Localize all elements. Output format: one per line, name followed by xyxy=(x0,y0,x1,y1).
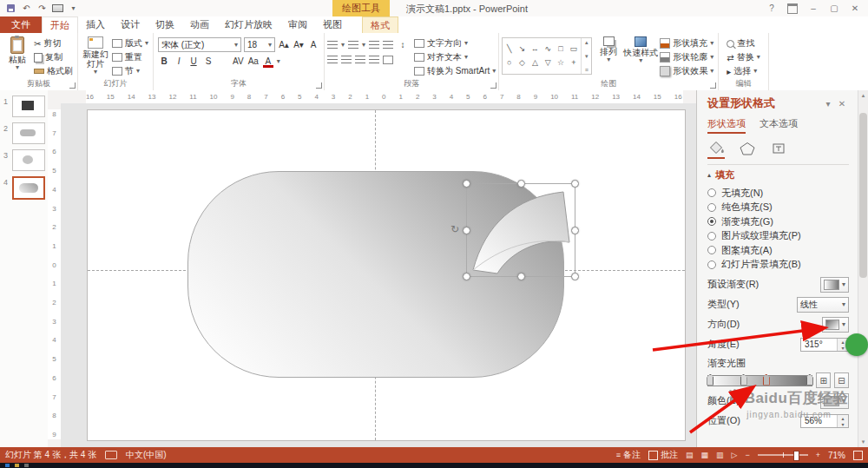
shape-icon[interactable]: ∿ xyxy=(544,45,551,53)
layout-button[interactable]: 版式▾ xyxy=(110,37,150,49)
cut-button[interactable]: ✂剪切 xyxy=(32,37,75,49)
smartart-button[interactable]: 转换为 SmartArt▾ xyxy=(414,65,496,77)
dialog-launcher-icon[interactable] xyxy=(490,82,496,89)
resize-handle[interactable] xyxy=(517,273,525,280)
shape-icon[interactable]: □ xyxy=(558,45,562,53)
grow-font-button[interactable]: A▴ xyxy=(278,39,290,51)
tab[interactable]: 幻灯片放映 xyxy=(217,16,280,33)
spellcheck-icon[interactable] xyxy=(105,451,117,459)
italic-button[interactable]: I xyxy=(173,56,185,68)
editing-canvas[interactable]: ↻ xyxy=(61,103,696,447)
tab[interactable]: 插入 xyxy=(78,16,113,33)
shrink-font-button[interactable]: A▾ xyxy=(293,39,305,51)
gallery-scrollbar[interactable]: ▴ ▾ ≡ xyxy=(581,38,591,74)
radio-icon[interactable] xyxy=(707,188,716,197)
clear-format-button[interactable]: A xyxy=(307,39,319,51)
copy-button[interactable]: 复制 xyxy=(32,51,75,63)
redo-button[interactable]: ↷ xyxy=(36,2,49,15)
find-button[interactable]: 查找 xyxy=(725,37,761,49)
shape-icon[interactable]: + xyxy=(571,59,575,67)
slide-thumbnail-image[interactable] xyxy=(12,96,45,117)
shape-icon[interactable]: ↔ xyxy=(531,45,539,53)
shape-outline-button[interactable]: 形状轮廓▾ xyxy=(658,51,715,63)
ribbon-display-button[interactable] xyxy=(782,1,803,16)
effects-icon[interactable] xyxy=(739,142,756,159)
size-properties-icon[interactable] xyxy=(770,142,787,159)
rotate-handle-icon[interactable]: ↻ xyxy=(450,223,459,235)
numbering-icon[interactable] xyxy=(348,41,358,49)
gallery-down-icon[interactable]: ▾ xyxy=(585,53,589,60)
angle-spinner[interactable]: 315° ▴▾ xyxy=(800,338,849,352)
taskbar-app-icon[interactable] xyxy=(24,464,29,467)
gradient-stop[interactable] xyxy=(707,374,713,386)
dialog-launcher-icon[interactable] xyxy=(69,82,76,89)
text-direction-button[interactable]: 文字方向▾ xyxy=(414,37,496,49)
shape-icon[interactable]: ○ xyxy=(507,59,511,67)
align-right-icon[interactable] xyxy=(355,56,365,63)
tab[interactable]: 视图 xyxy=(315,16,350,33)
resize-handle[interactable] xyxy=(463,273,470,280)
resize-handle[interactable] xyxy=(571,180,579,188)
fit-slide-to-window-button[interactable] xyxy=(853,451,863,460)
zoom-percentage[interactable]: 71% xyxy=(828,451,845,460)
shape-icon[interactable]: ↘ xyxy=(519,45,526,53)
shape-icon[interactable]: ◇ xyxy=(519,59,525,67)
save-button[interactable] xyxy=(4,2,17,15)
radio-selected-icon[interactable] xyxy=(707,217,716,226)
increase-indent-icon[interactable] xyxy=(383,41,393,49)
gallery-up-icon[interactable]: ▴ xyxy=(585,39,589,46)
radio-icon[interactable] xyxy=(707,246,716,254)
slide-sorter-view-button[interactable]: ▦ xyxy=(701,451,709,459)
shape-icon[interactable]: ▽ xyxy=(545,59,551,67)
line-spacing-button[interactable]: ↕ xyxy=(397,39,409,51)
zoom-slider[interactable] xyxy=(758,454,808,456)
font-name-combo[interactable]: 宋体 (正文) ▾ xyxy=(158,37,241,52)
radio-icon[interactable] xyxy=(707,203,716,212)
char-spacing-button[interactable]: AV xyxy=(232,56,245,68)
tab-format[interactable]: 格式 xyxy=(362,16,398,33)
slide-thumbnail-1[interactable]: 1 xyxy=(0,90,48,117)
font-color-button[interactable]: A xyxy=(262,56,274,68)
tab[interactable]: 切换 xyxy=(148,16,182,33)
decrease-indent-icon[interactable] xyxy=(369,41,379,49)
bold-button[interactable]: B xyxy=(158,56,170,68)
taskbar-app-icon[interactable] xyxy=(15,464,19,467)
fill-option-picture[interactable]: 图片或纹理填充(P) xyxy=(707,229,849,244)
zoom-out-button[interactable]: − xyxy=(745,451,749,459)
tab[interactable]: 动画 xyxy=(182,16,217,33)
shape-gallery[interactable]: ▴ ▾ ≡ ╲↘↔∿□▭○◇△▽☆+ xyxy=(502,37,592,75)
radio-icon[interactable] xyxy=(707,260,716,269)
gallery-more-icon[interactable]: ≡ xyxy=(585,67,589,73)
direction-dropdown[interactable]: ▾ xyxy=(822,317,849,333)
shape-icon[interactable]: ▭ xyxy=(570,45,578,53)
start-slideshow-button[interactable] xyxy=(51,2,64,15)
minimize-button[interactable]: – xyxy=(803,1,824,16)
windows-taskbar[interactable] xyxy=(0,463,868,468)
dialog-launcher-icon[interactable] xyxy=(710,82,716,89)
zoom-slider-thumb[interactable] xyxy=(793,451,799,461)
gradient-stops-bar[interactable] xyxy=(707,375,812,386)
radio-icon[interactable] xyxy=(707,232,716,241)
maximize-button[interactable]: ▢ xyxy=(824,1,845,16)
start-button-icon[interactable] xyxy=(5,464,10,467)
close-button[interactable]: ✕ xyxy=(845,1,865,16)
dialog-launcher-icon[interactable] xyxy=(316,82,322,89)
align-left-icon[interactable] xyxy=(327,56,338,63)
fill-option-background[interactable]: 幻灯片背景填充(B) xyxy=(707,258,849,273)
remove-gradient-stop-button[interactable]: ⊟ xyxy=(834,372,849,388)
shape-icon[interactable]: ╲ xyxy=(507,45,511,53)
fill-option-pattern[interactable]: 图案填充(A) xyxy=(707,243,849,258)
reading-view-button[interactable]: ▥ xyxy=(716,451,724,459)
type-dropdown[interactable]: 线性▾ xyxy=(797,297,849,313)
align-text-button[interactable]: 对齐文本▾ xyxy=(414,51,496,63)
add-gradient-stop-button[interactable]: ⊞ xyxy=(816,372,831,388)
fill-option-solid[interactable]: 纯色填充(S) xyxy=(707,201,849,215)
gradient-stop-selected[interactable] xyxy=(763,374,770,386)
slide-surface[interactable]: ↻ xyxy=(87,109,686,441)
text-shadow-button[interactable]: S xyxy=(202,56,214,68)
scrollbar-thumb[interactable] xyxy=(859,113,867,278)
zoom-in-button[interactable]: + xyxy=(816,451,820,459)
tab-shape-options[interactable]: 形状选项 xyxy=(707,117,746,134)
qat-customize-button[interactable]: ▾ xyxy=(67,2,80,15)
fill-section-header[interactable]: ▴ 填充 xyxy=(707,168,849,181)
